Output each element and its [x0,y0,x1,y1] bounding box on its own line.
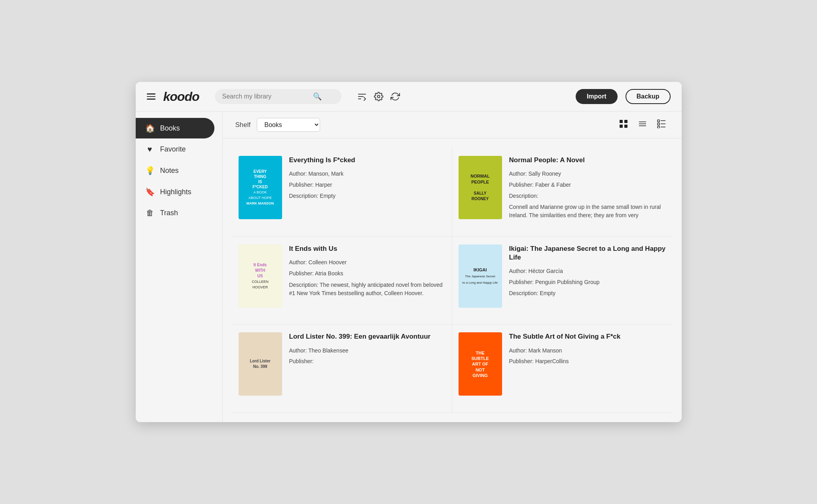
sidebar: 🏠 Books ♥ Favorite 💡 Notes 🔖 Highlights … [136,112,223,422]
sidebar-label-books: Books [160,124,180,133]
book-cover: It EndsWITHUSCOLLEENHOOVER [239,244,282,308]
svg-rect-11 [658,120,660,122]
book-publisher: Publisher: HarperCollins [509,357,666,366]
sort-icon[interactable] [357,92,367,101]
book-card-subtle-art[interactable]: THESUBTLEART OFNOTGIVING The Subtle Art … [452,324,672,413]
search-icon: 🔍 [313,92,322,101]
settings-icon[interactable] [374,92,383,101]
list-view-button[interactable] [635,118,650,132]
book-publisher: Publisher: [289,357,445,366]
sync-icon[interactable] [390,92,400,101]
menu-icon[interactable] [147,93,155,100]
book-cover: NORMALPEOPLESALLYROONEY [459,156,502,219]
heart-icon: ♥ [145,145,155,154]
book-description-text: Connell and Marianne grow up in the same… [509,203,666,220]
book-author: Author: Mark Manson [509,346,666,356]
shelf-select[interactable]: Books Fiction Non-Fiction To Read [257,118,320,132]
sidebar-item-highlights[interactable]: 🔖 Highlights [136,182,214,202]
svg-rect-4 [620,120,623,123]
book-description-text: Description: The newest, highly anticipa… [289,281,445,297]
sidebar-label-favorite: Favorite [160,145,186,153]
book-title: The Subtle Art of Not Giving a F*ck [509,332,666,341]
bookmark-icon: 🔖 [145,187,155,197]
svg-rect-5 [624,120,627,123]
sidebar-item-books[interactable]: 🏠 Books [136,118,214,138]
sidebar-item-trash[interactable]: 🗑 Trash [136,203,214,223]
sidebar-item-favorite[interactable]: ♥ Favorite [136,139,214,159]
book-description: Description: Empty [289,191,445,201]
book-title: Everything Is F*cked [289,156,445,165]
book-info: Ikigai: The Japanese Secret to a Long an… [509,244,666,298]
book-cover: IKIGAIThe Japanese Secretto a Long and H… [459,244,502,308]
book-publisher: Publisher: Atria Books [289,269,445,279]
book-cover: EVERYTHINGISF*CKEDA BOOKABOUT HOPEMARK M… [239,156,282,219]
book-author: Author: Héctor García [509,267,666,276]
book-title: Ikigai: The Japanese Secret to a Long an… [509,244,666,262]
book-author: Author: Theo Blakensee [289,346,445,356]
book-author: Author: Sally Rooney [509,169,666,179]
book-publisher: Publisher: Penguin Publishing Group [509,278,666,287]
book-info: Everything Is F*cked Author: Manson, Mar… [289,156,445,201]
search-input[interactable] [222,93,309,100]
app-logo: koodo [163,89,199,104]
book-info: It Ends with Us Author: Colleen Hoover P… [289,244,445,297]
sidebar-label-highlights: Highlights [160,188,191,196]
book-title: Normal People: A Novel [509,156,666,165]
book-info: Lord Lister No. 399: Een gevaarlijk Avon… [289,332,445,366]
lightbulb-icon: 💡 [145,166,155,175]
book-publisher: Publisher: Faber & Faber [509,180,666,190]
import-button[interactable]: Import [576,89,618,104]
book-info: The Subtle Art of Not Giving a F*ck Auth… [509,332,666,366]
svg-point-3 [377,95,380,98]
book-cover: THESUBTLEART OFNOTGIVING [459,332,502,396]
svg-rect-15 [658,126,660,128]
search-bar: 🔍 [215,89,341,104]
book-info: Normal People: A Novel Author: Sally Roo… [509,156,666,220]
home-icon: 🏠 [145,123,155,133]
book-description: Description: [509,191,666,201]
book-title: Lord Lister No. 399: Een gevaarlijk Avon… [289,332,445,341]
sidebar-label-notes: Notes [160,167,179,175]
book-card-ikigai[interactable]: IKIGAIThe Japanese Secretto a Long and H… [452,237,672,325]
svg-rect-13 [658,123,660,125]
book-cover: Lord ListerNo. 399 [239,332,282,396]
trash-icon: 🗑 [145,208,155,218]
book-author: Author: Colleen Hoover [289,258,445,267]
sidebar-item-notes[interactable]: 💡 Notes [136,160,214,181]
backup-button[interactable]: Backup [626,89,671,104]
shelf-bar: Shelf Books Fiction Non-Fiction To Read [223,112,682,138]
book-publisher: Publisher: Harper [289,180,445,190]
main-content: Shelf Books Fiction Non-Fiction To Read [223,112,682,422]
detail-view-button[interactable] [654,118,669,132]
header: koodo 🔍 [136,82,682,112]
book-author: Author: Manson, Mark [289,169,445,179]
shelf-label: Shelf [235,121,251,129]
books-grid: EVERYTHINGISF*CKEDA BOOKABOUT HOPEMARK M… [223,138,682,422]
app-window: koodo 🔍 [136,82,682,422]
grid-view-button[interactable] [616,118,631,132]
svg-rect-6 [620,125,623,128]
book-card-everything-fcked[interactable]: EVERYTHINGISF*CKEDA BOOKABOUT HOPEMARK M… [232,148,452,237]
book-description: Description: Empty [509,289,666,298]
view-icons [616,118,669,132]
book-card-it-ends-with-us[interactable]: It EndsWITHUSCOLLEENHOOVER It Ends with … [232,237,452,325]
book-card-normal-people[interactable]: NORMALPEOPLESALLYROONEY Normal People: A… [452,148,672,237]
body: 🏠 Books ♥ Favorite 💡 Notes 🔖 Highlights … [136,112,682,422]
book-title: It Ends with Us [289,244,445,253]
svg-rect-7 [624,125,627,128]
header-actions [357,92,400,101]
book-card-lord-lister[interactable]: Lord ListerNo. 399 Lord Lister No. 399: … [232,324,452,413]
sidebar-label-trash: Trash [160,209,178,217]
